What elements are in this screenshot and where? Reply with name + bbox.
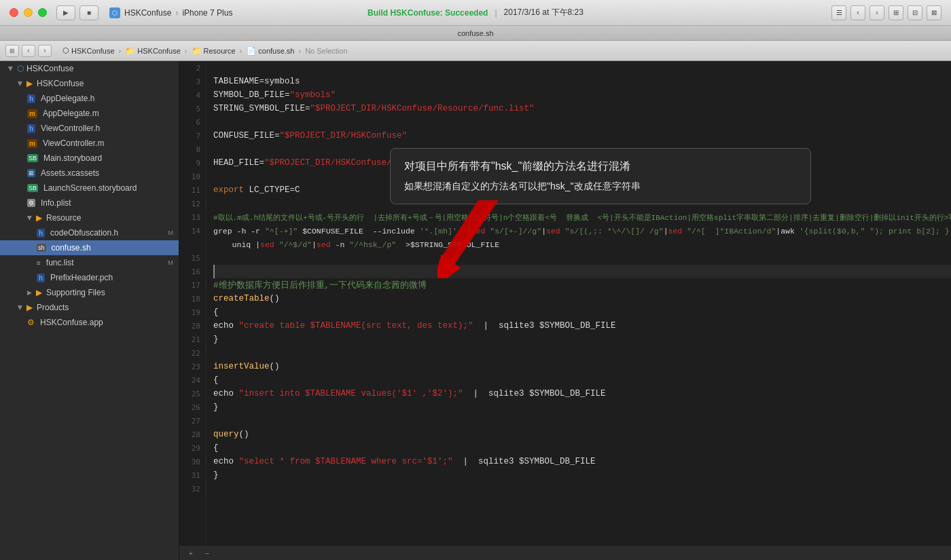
sidebar-toggle-button[interactable]: ☰ [831,5,846,20]
code-line-31: } [213,468,951,482]
tooltip-title: 对项目中所有带有"hsk_"前缀的方法名进行混淆 [404,160,797,174]
sidebar-info-plist-label: Info.plist [41,198,71,208]
breadcrumb-project[interactable]: ⬡ HSKConfuse [62,46,115,55]
code-line-18: createTable() [213,292,951,305]
inspector-toggle-button[interactable]: ⊠ [927,5,941,20]
sidebar-launchscreen-label: LaunchScreen.storyboard [43,183,137,193]
svg-marker-2 [441,200,499,265]
tooltip-description: 如果想混淆自定义的方法名可以把"hsk_"改成任意字符串 [404,181,797,193]
code-line-27 [213,414,951,428]
arrow-icon: ▶ [7,67,14,71]
code-line-6 [213,115,951,129]
sidebar-item-info-plist[interactable]: ⚙ Info.plist [0,195,179,210]
code-area: 2 3 4 5 6 7 8 9 10 11 12 13 14 15 16 17 … [179,61,951,560]
line-num-5: 5 [179,102,206,115]
play-button[interactable]: ▶ [56,5,75,20]
breadcrumb-sep-4: › [298,47,301,55]
sidebar-item-prefixheader[interactable]: h PrefixHeader.pch [0,270,179,285]
editor-toggle-button[interactable]: ⊞ [889,5,903,20]
close-button[interactable] [10,8,18,17]
add-item-button[interactable]: + [185,547,197,559]
breadcrumb-sep-2: › [185,47,187,55]
project-icon: ⬡ [109,7,120,18]
back-button[interactable]: ‹ [850,5,865,20]
code-line-4: SYMBOL_DB_FILE="symbols" [213,88,951,102]
breadcrumb-project-label: HSKConfuse [71,47,115,55]
code-line-26: } [213,400,951,414]
navigator-toggle-button[interactable]: ⊟ [908,5,922,20]
sidebar-item-hskconfuse-app[interactable]: ⚙ HSKConfuse.app [0,315,179,330]
storyboard-icon: SB [27,154,38,162]
breadcrumb-folder-label-2: Resource [204,47,236,55]
line-num-30: 30 [179,455,206,468]
code-line-22 [213,346,951,360]
code-line-25: echo "insert into $TABLENAME values('$1'… [213,387,951,400]
sidebar-item-codeobfuscation-h[interactable]: h codeObfuscation.h M [0,225,179,240]
sidebar-item-products-folder[interactable]: ▶ ▶ Products [0,300,179,315]
nav-back-button[interactable]: ‹ [22,45,35,57]
breadcrumb-file[interactable]: 📄 confuse.sh [246,46,294,56]
supporting-folder-icon: ▶ [36,288,42,297]
code-line-30: echo "select * from $TABLENAME where src… [213,455,951,468]
breadcrumb-bar: ⊞ ‹ › ⬡ HSKConfuse › 📁 HSKConfuse › 📁 Re… [0,41,951,61]
line-num-15: 15 [179,251,206,265]
sidebar-item-main-storyboard[interactable]: SB Main.storyboard [0,151,179,166]
breadcrumb-folder-1[interactable]: 📁 HSKConfuse [125,46,181,56]
sidebar-hskconfuse-app-label: HSKConfuse.app [40,318,103,327]
products-arrow: ▶ [17,305,24,310]
sidebar-item-appdelegate-h[interactable]: h AppDelegate.h [0,91,179,106]
code-line-7: CONFUSE_FILE="$PROJECT_DIR/HSKConfuse" [213,129,951,143]
sidebar-item-viewcontroller-h[interactable]: h ViewController.h [0,121,179,136]
build-status: Build HSKConfuse: Succeeded [367,8,488,18]
code-line-32 [213,482,951,496]
titlebar-controls: ▶ ■ ⬡ HSKConfuse › iPhone 7 Plus [56,5,232,20]
badge-m-fl: M [168,259,174,266]
list-icon: ≡ [37,259,41,267]
line-num-19: 19 [179,305,206,319]
code-scroll[interactable]: 2 3 4 5 6 7 8 9 10 11 12 13 14 15 16 17 … [179,61,951,545]
titlebar-right: ☰ ‹ › ⊞ ⊟ ⊠ [831,5,941,20]
line-num-22: 22 [179,346,206,360]
remove-item-button[interactable]: − [201,547,213,559]
badge-m-co: M [168,229,174,236]
sidebar-item-func-list[interactable]: ≡ func.list M [0,255,179,270]
sidebar-item-project[interactable]: ▶ ⬡ HSKConfuse [0,61,179,76]
sidebar-item-viewcontroller-m[interactable]: m ViewController.m [0,136,179,151]
sidebar-item-confuse-sh[interactable]: sh confuse.sh [0,240,179,255]
line-num-11: 11 [179,183,206,197]
code-line-2 [213,61,951,75]
sidebar-prefixheader-label: PrefixHeader.pch [50,273,113,282]
grid-button[interactable]: ⊞ [5,45,19,57]
supporting-arrow: ▶ [27,289,32,296]
breadcrumb-no-selection: No Selection [305,47,347,55]
resource-folder-icon: ▶ [36,213,42,223]
nav-forward-button[interactable]: › [38,45,52,57]
line-num-29: 29 [179,441,206,455]
fullscreen-button[interactable] [38,8,47,17]
stop-button[interactable]: ■ [79,5,98,20]
line-num-3: 3 [179,75,206,88]
sidebar-hskconfuse-label: HSKConfuse [37,79,84,88]
sidebar-item-hskconfuse-folder[interactable]: ▶ ▶ HSKConfuse [0,76,179,91]
sidebar-item-supporting-files[interactable]: ▶ ▶ Supporting Files [0,285,179,300]
code-line-5: STRING_SYMBOL_FILE="$PROJECT_DIR/HSKConf… [213,102,951,115]
project-selector[interactable]: ⬡ HSKConfuse › iPhone 7 Plus [109,7,232,18]
code-line-28: query() [213,428,951,441]
breadcrumb-folder-2[interactable]: 📁 Resource [192,46,236,56]
sidebar-item-launchscreen[interactable]: SB LaunchScreen.storyboard [0,181,179,195]
launch-storyboard-icon: SB [27,184,38,192]
line-num-14b [179,238,206,251]
h-icon-co: h [37,229,45,238]
forward-button[interactable]: › [869,5,884,20]
traffic-lights [0,8,47,17]
code-line-16[interactable] [213,265,951,278]
project-icon: ⬡ [17,64,24,73]
minimize-button[interactable] [24,8,33,17]
separator: | [495,8,497,18]
sidebar-item-assets[interactable]: ⊞ Assets.xcassets [0,166,179,181]
chevron-icon: › [175,8,178,18]
line-num-17: 17 [179,278,206,292]
sidebar-item-appdelegate-m[interactable]: m AppDelegate.m [0,106,179,121]
pch-icon: h [37,274,45,282]
sidebar-item-resource-folder[interactable]: ▶ ▶ Resource [0,210,179,225]
